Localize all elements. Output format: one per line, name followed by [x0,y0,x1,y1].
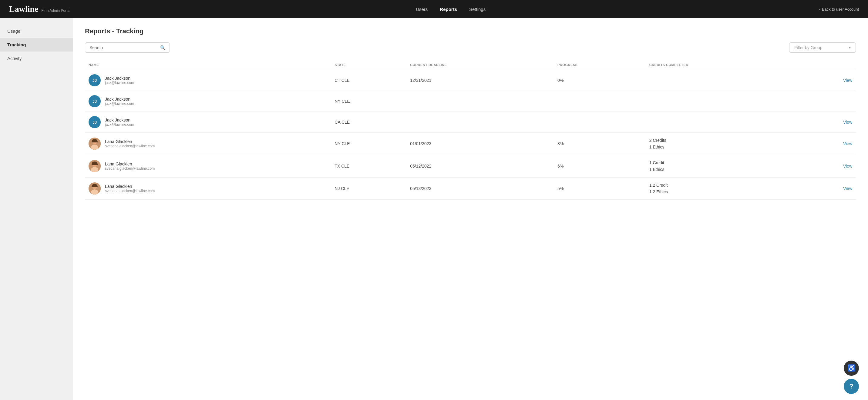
view-link[interactable]: View [801,133,856,155]
table-row: JJ Jack Jackson jack@lawline.com CA CLE … [85,112,856,133]
table-row: JJ Jack Jackson jack@lawline.com NY CLE [85,91,856,112]
state-cell: CA CLE [331,112,406,133]
user-email: svetlana.glacken@lawline.com [105,144,155,148]
help-icon: ? [849,382,853,390]
user-email: jack@lawline.com [105,80,134,85]
user-email: svetlana.glacken@lawline.com [105,189,155,193]
user-info: Jack Jackson jack@lawline.com [105,97,134,106]
deadline-cell: 05/13/2023 [406,177,554,200]
progress-cell: 0% [554,70,646,91]
search-input[interactable] [90,45,160,50]
view-link[interactable]: View [801,112,856,133]
col-state: STATE [331,60,406,70]
col-name: NAME [85,60,331,70]
nav-links: Users Reports Settings [83,7,819,12]
table-row: Lana Glacklen svetlana.glacken@lawline.c… [85,133,856,155]
user-name: Jack Jackson [105,76,134,80]
filter-group-dropdown[interactable]: Filter by Group ▾ [789,42,856,53]
main-content: Reports - Tracking 🔍 Filter by Group ▾ N… [73,18,868,400]
logo: Lawline [9,4,38,14]
progress-cell [554,91,646,112]
page-title: Reports - Tracking [85,27,856,35]
user-cell: JJ Jack Jackson jack@lawline.com [89,116,327,128]
user-email: jack@lawline.com [105,102,134,106]
avatar: JJ [89,95,101,107]
credits-cell: 2 Credits 1 Ethics [649,137,797,151]
avatar: JJ [89,116,101,128]
col-credits: CREDITS COMPLETED [646,60,801,70]
user-name: Lana Glacklen [105,139,155,144]
user-photo-icon [89,160,101,172]
user-info: Lana Glacklen svetlana.glacken@lawline.c… [105,162,155,171]
user-name: Lana Glacklen [105,162,155,166]
tracking-table: NAME STATE CURRENT DEADLINE PROGRESS CRE… [85,60,856,200]
deadline-cell: 12/31/2021 [406,70,554,91]
state-cell: NJ CLE [331,177,406,200]
filter-group-label: Filter by Group [794,45,823,50]
sidebar-item-usage[interactable]: Usage [0,24,73,38]
view-link[interactable]: View [801,70,856,91]
user-cell: Lana Glacklen svetlana.glacken@lawline.c… [89,138,327,150]
state-cell: NY CLE [331,91,406,112]
user-cell: JJ Jack Jackson jack@lawline.com [89,74,327,86]
deadline-cell [406,91,554,112]
state-cell: CT CLE [331,70,406,91]
help-button[interactable]: ? [844,379,859,394]
view-link [801,91,856,112]
user-email: svetlana.glacken@lawline.com [105,166,155,171]
credits-cell: 1.2 Credit 1.2 Ethics [649,182,797,195]
back-to-account[interactable]: ‹ Back to user Account [819,7,859,11]
deadline-cell: 05/12/2022 [406,155,554,177]
user-name: Lana Glacklen [105,184,155,189]
avatar [89,182,101,195]
logo-area: Lawline Firm Admin Portal [9,4,70,14]
sidebar-item-tracking[interactable]: Tracking [0,38,73,52]
deadline-cell: 01/01/2023 [406,133,554,155]
user-info: Jack Jackson jack@lawline.com [105,76,134,85]
table-header: NAME STATE CURRENT DEADLINE PROGRESS CRE… [85,60,856,70]
topnav: Lawline Firm Admin Portal Users Reports … [0,0,868,18]
sidebar-item-activity[interactable]: Activity [0,52,73,65]
credits-cell: 1 Credit 1 Ethics [649,159,797,173]
nav-users[interactable]: Users [416,7,428,12]
table-row: Lana Glacklen svetlana.glacken@lawline.c… [85,155,856,177]
main-layout: Usage Tracking Activity Reports - Tracki… [0,18,868,400]
toolbar: 🔍 Filter by Group ▾ [85,42,856,53]
chevron-down-icon: ▾ [849,45,851,50]
avatar [89,138,101,150]
state-cell: NY CLE [331,133,406,155]
view-link[interactable]: View [801,155,856,177]
table-body: JJ Jack Jackson jack@lawline.com CT CLE … [85,70,856,200]
accessibility-icon: ♿ [847,364,856,372]
user-photo-icon [89,138,101,150]
user-info: Lana Glacklen svetlana.glacken@lawline.c… [105,139,155,148]
user-name: Jack Jackson [105,97,134,102]
view-link[interactable]: View [801,177,856,200]
nav-reports[interactable]: Reports [440,7,457,12]
table-row: Lana Glacklen svetlana.glacken@lawline.c… [85,177,856,200]
user-cell: Lana Glacklen svetlana.glacken@lawline.c… [89,182,327,195]
accessibility-button[interactable]: ♿ [844,361,859,376]
table-row: JJ Jack Jackson jack@lawline.com CT CLE … [85,70,856,91]
user-email: jack@lawline.com [105,123,134,127]
nav-settings[interactable]: Settings [469,7,486,12]
firm-subtitle: Firm Admin Portal [41,8,70,13]
back-chevron-icon: ‹ [819,7,820,11]
progress-cell: 6% [554,155,646,177]
state-cell: TX CLE [331,155,406,177]
search-box[interactable]: 🔍 [85,42,170,53]
user-name: Jack Jackson [105,118,134,123]
col-progress: PROGRESS [554,60,646,70]
user-info: Lana Glacklen svetlana.glacken@lawline.c… [105,184,155,193]
search-icon: 🔍 [160,45,165,50]
progress-cell [554,112,646,133]
avatar [89,160,101,172]
deadline-cell [406,112,554,133]
progress-cell: 5% [554,177,646,200]
col-actions [801,60,856,70]
user-cell: Lana Glacklen svetlana.glacken@lawline.c… [89,160,327,172]
user-photo-icon [89,182,101,195]
col-deadline: CURRENT DEADLINE [406,60,554,70]
user-cell: JJ Jack Jackson jack@lawline.com [89,95,327,107]
user-info: Jack Jackson jack@lawline.com [105,118,134,127]
